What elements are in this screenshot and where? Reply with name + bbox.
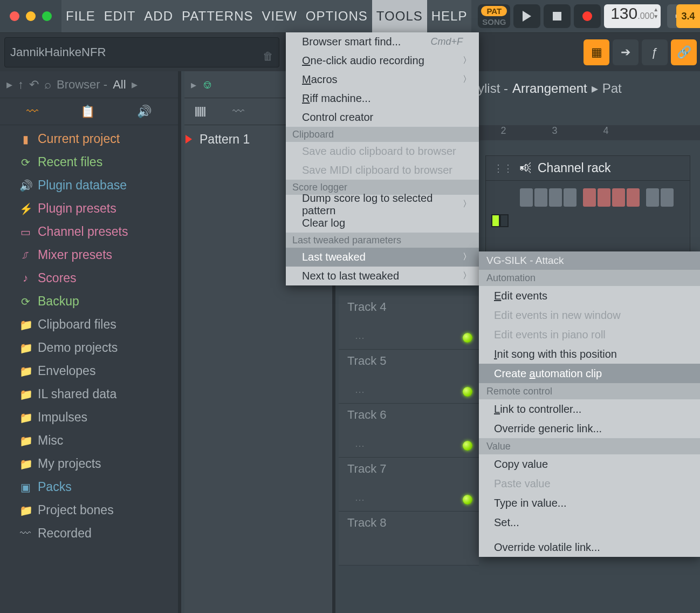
speaker-icon[interactable]: 🔊	[137, 105, 152, 119]
maximize-button[interactable]	[42, 11, 52, 21]
submenu-override-volatile-link[interactable]: Override volatile link...	[479, 537, 700, 557]
stop-button[interactable]	[544, 4, 571, 28]
menu-riff-machine[interactable]: Riff machine...	[286, 89, 479, 108]
submenu-set[interactable]: Set...	[479, 513, 700, 532]
browser-item-clipboard-files[interactable]: 📁Clipboard files	[0, 313, 178, 336]
step-button[interactable]	[661, 188, 674, 207]
pat-song-toggle[interactable]: PAT SONG	[478, 4, 510, 28]
browser-item-misc[interactable]: 📁Misc	[0, 429, 178, 452]
menu-help[interactable]: HELP	[427, 0, 472, 32]
menu-clear-log[interactable]: Clear log	[286, 214, 479, 233]
tempo-stepper[interactable]: ▲▼	[653, 6, 658, 19]
menu-file[interactable]: FILE	[61, 0, 100, 32]
browser-item-packs[interactable]: ▣Packs	[0, 475, 178, 499]
menu-one-click-recording[interactable]: One-click audio recording〉	[286, 51, 479, 70]
link-button[interactable]: 🔗	[671, 39, 697, 65]
arrow-up-icon[interactable]: ↑	[18, 78, 24, 92]
channel-rack-window[interactable]: ⋮⋮ 🕬 Channel rack	[485, 155, 690, 253]
chevron-right-icon[interactable]: ▸	[191, 78, 196, 91]
step-button[interactable]	[534, 188, 547, 207]
timeline-ruler[interactable]: 2 3 4	[478, 125, 700, 140]
track-led-icon[interactable]	[463, 387, 472, 397]
browser-item-scores[interactable]: ♪Scores	[0, 267, 178, 290]
step-button[interactable]	[549, 188, 562, 207]
menu-tools[interactable]: TOOLS	[372, 0, 427, 32]
waveform-icon[interactable]: 〰	[26, 105, 38, 119]
submenu-link-to-controller[interactable]: Link to controller...	[479, 399, 700, 419]
chevron-right-icon[interactable]: ▸	[6, 78, 12, 92]
submenu-copy-value[interactable]: Copy value	[479, 454, 700, 474]
browser-item-demo-projects[interactable]: 📁Demo projects	[0, 336, 178, 359]
track-led-icon[interactable]	[463, 333, 472, 343]
waveform-icon[interactable]: 〰	[232, 105, 244, 119]
browser-item-channel-presets[interactable]: ▭Channel presets	[0, 220, 178, 243]
track-row[interactable]: Track 6 ⋯	[339, 404, 479, 458]
trash-icon[interactable]: 🗑	[263, 50, 273, 63]
step-button[interactable]	[564, 188, 577, 207]
menu-dump-score-log[interactable]: Dump score log to selected pattern〉	[286, 195, 479, 214]
browser-item-project-bones[interactable]: 📁Project bones	[0, 499, 178, 522]
track-row[interactable]: Track 8	[339, 512, 479, 566]
step-button[interactable]	[612, 188, 625, 207]
browser-item-current-project[interactable]: ▮Current project	[0, 127, 178, 151]
menu-add[interactable]: ADD	[140, 0, 177, 32]
search-icon[interactable]: ⌕	[44, 78, 51, 92]
submenu-edit-events[interactable]: Edit events	[479, 286, 700, 305]
channel-rack-header[interactable]: ⋮⋮ 🕬 Channel rack	[486, 156, 690, 181]
close-button[interactable]	[10, 11, 19, 21]
play-button[interactable]	[513, 4, 540, 28]
copy-icon[interactable]: 📋	[80, 105, 95, 119]
step-button[interactable]	[646, 188, 659, 207]
submenu-init-song[interactable]: Init song with this position	[479, 344, 700, 364]
browser-item-envelopes[interactable]: 📁Envelopes	[0, 359, 178, 383]
menu-next-to-last-tweaked[interactable]: Next to last tweaked〉	[286, 267, 479, 285]
more-icon[interactable]: ⋯	[355, 440, 365, 452]
menu-patterns[interactable]: PATTERNS	[177, 0, 257, 32]
menu-view[interactable]: VIEW	[257, 0, 301, 32]
browser-item-backup[interactable]: ⟳Backup	[0, 290, 178, 313]
browser-item-il-shared-data[interactable]: 📁IL shared data	[0, 383, 178, 406]
step-button[interactable]	[598, 188, 610, 207]
minimize-button[interactable]	[26, 11, 36, 21]
submenu-type-in-value[interactable]: Type in value...	[479, 493, 700, 513]
chevron-right-icon[interactable]: ▸	[132, 78, 138, 92]
playlist-button[interactable]: ▦	[584, 39, 609, 65]
submenu-create-automation-clip[interactable]: Create automation clip	[479, 364, 700, 383]
arrow-button[interactable]: ➔	[613, 39, 639, 65]
browser-item-impulses[interactable]: 📁Impulses	[0, 406, 178, 429]
more-icon[interactable]: ⋯	[355, 494, 365, 506]
menu-options[interactable]: OPTIONS	[301, 0, 372, 32]
submenu-override-generic-link[interactable]: Override generic link...	[479, 419, 700, 438]
browser-item-plugin-presets[interactable]: ⚡Plugin presets	[0, 197, 178, 220]
browser-item-mixer-presets[interactable]: ⎎Mixer presets	[0, 243, 178, 267]
folder-icon: 📁	[19, 434, 31, 447]
titlebar: FILE EDIT ADD PATTERNS VIEW OPTIONS TOOL…	[0, 0, 700, 32]
menu-macros[interactable]: Macros〉	[286, 70, 479, 89]
more-icon[interactable]: ⋯	[355, 386, 365, 398]
step-button[interactable]	[520, 188, 533, 207]
record-button[interactable]	[574, 4, 601, 28]
menu-smart-find[interactable]: Browser smart find... Cmd+F	[286, 32, 479, 51]
browser-item-my-projects[interactable]: 📁My projects	[0, 452, 178, 475]
step-button[interactable]	[583, 188, 596, 207]
browser-item-recent-files[interactable]: ⟳Recent files	[0, 151, 178, 174]
more-icon[interactable]: ⋯	[355, 332, 365, 344]
browser-item-recorded[interactable]: 〰Recorded	[0, 522, 178, 545]
brush-button[interactable]: ƒ	[642, 39, 668, 65]
menu-edit[interactable]: EDIT	[100, 0, 140, 32]
tempo-display[interactable]: 130 .000 ▲▼	[604, 4, 661, 28]
track-row[interactable]: Track 5 ⋯	[339, 350, 479, 404]
step-row	[486, 181, 690, 214]
magnet-icon[interactable]: ⎊	[204, 78, 211, 92]
drag-handle-icon[interactable]: ⋮⋮	[493, 162, 513, 174]
track-led-icon[interactable]	[463, 441, 472, 451]
menu-last-tweaked[interactable]: Last tweaked〉	[286, 248, 479, 267]
track-row[interactable]: Track 4 ⋯	[339, 296, 479, 350]
piano-icon[interactable]	[195, 107, 205, 117]
step-button[interactable]	[627, 188, 640, 207]
menu-control-creator[interactable]: Control creator	[286, 108, 479, 127]
track-led-icon[interactable]	[463, 495, 472, 505]
track-row[interactable]: Track 7 ⋯	[339, 458, 479, 512]
browser-item-plugin-database[interactable]: 🔊Plugin database	[0, 174, 178, 197]
undo-icon[interactable]: ↶	[29, 78, 39, 92]
